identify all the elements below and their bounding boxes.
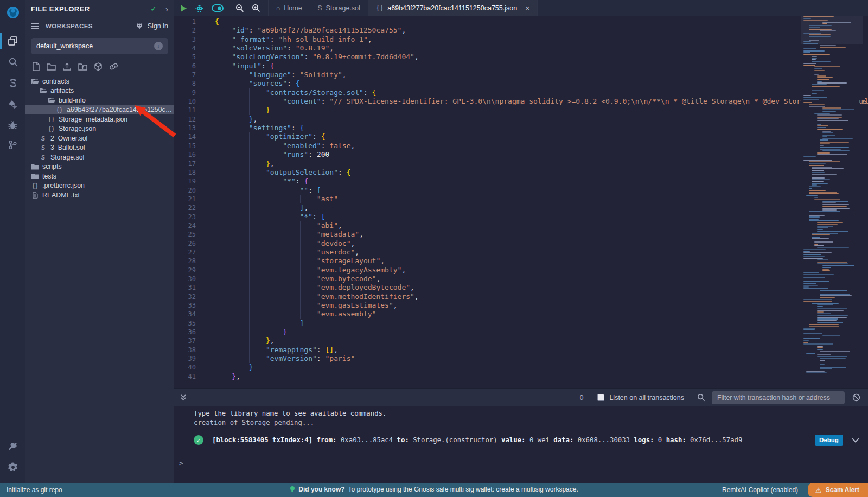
line-text: "content": "// SPDX-License-Identifier: … bbox=[207, 97, 868, 106]
editor-tabbar: ⌂HomeSStorage.sol{}a69b43f277ba20fcac141… bbox=[174, 0, 868, 16]
sidebar-item-plugin-manager[interactable] bbox=[0, 437, 25, 456]
code-line: 29 "evm.legacyAssembly", bbox=[174, 266, 868, 275]
sidebar-item-git[interactable] bbox=[0, 136, 25, 154]
code-line: 28 "storageLayout", bbox=[174, 257, 868, 265]
tree-item-2-owner-sol[interactable]: S2_Owner.sol bbox=[25, 133, 174, 143]
tab-home[interactable]: ⌂Home bbox=[268, 0, 310, 16]
sidebar-item-file-explorer[interactable] bbox=[0, 31, 25, 50]
sidebar-item-settings[interactable] bbox=[0, 458, 25, 476]
tree-item--prettierrc-json[interactable]: {}.prettierrc.json bbox=[25, 181, 174, 191]
terminal-search-icon[interactable] bbox=[697, 393, 705, 402]
line-number: 3 bbox=[174, 35, 207, 44]
copilot-status[interactable]: RemixAI Copilot (enabled) bbox=[722, 486, 798, 494]
close-tab-icon[interactable]: × bbox=[525, 4, 529, 12]
tree-item-3-ballot-sol[interactable]: S3_Ballot.sol bbox=[25, 143, 174, 153]
ipfs-box-icon[interactable] bbox=[94, 62, 103, 71]
line-number: 39 bbox=[174, 354, 207, 363]
code-line: 23 "*": [ bbox=[174, 213, 868, 221]
code-editor[interactable]: 1{2 "id": "a69b43f277ba20fcac141151250ca… bbox=[174, 16, 868, 388]
tree-item-storage-sol[interactable]: SStorage.sol bbox=[25, 152, 174, 162]
sidebar-item-debugger[interactable] bbox=[0, 116, 25, 135]
line-number: 13 bbox=[174, 124, 207, 132]
code-line: 36 } bbox=[174, 328, 868, 336]
tab-storage-sol[interactable]: SStorage.sol bbox=[310, 0, 368, 16]
github-sign-in-button[interactable]: Sign in bbox=[136, 22, 168, 30]
tree-item-scripts[interactable]: scripts bbox=[25, 162, 174, 172]
tree-item-contracts[interactable]: contracts bbox=[25, 77, 174, 86]
new-folder-icon[interactable] bbox=[47, 62, 56, 71]
line-text: ] bbox=[207, 319, 868, 328]
main-area: ⌂HomeSStorage.sol{}a69b43f277ba20fcac141… bbox=[174, 0, 868, 483]
line-text: }, bbox=[207, 336, 868, 345]
workspace-select[interactable]: default_workspace ↕ bbox=[31, 38, 168, 54]
sign-in-label: Sign in bbox=[148, 22, 168, 30]
code-area: 1{2 "id": "a69b43f277ba20fcac141151250ca… bbox=[174, 16, 868, 388]
zoom-out-button[interactable] bbox=[235, 4, 244, 12]
line-number: 37 bbox=[174, 336, 207, 345]
terminal-filter-input[interactable] bbox=[712, 391, 845, 404]
sidebar-item-solidity-compiler[interactable] bbox=[0, 74, 25, 92]
remix-logo[interactable] bbox=[0, 2, 25, 25]
code-line: 41 }, bbox=[174, 372, 868, 381]
listen-all-checkbox[interactable] bbox=[597, 394, 604, 401]
line-number: 18 bbox=[174, 168, 207, 177]
terminal-expand-icon[interactable] bbox=[180, 394, 187, 402]
panel-header: FILE EXPLORER ✓ › bbox=[25, 0, 174, 17]
sidebar-item-search[interactable] bbox=[0, 53, 25, 71]
workspaces-menu-icon[interactable] bbox=[31, 21, 39, 31]
new-file-icon[interactable] bbox=[32, 62, 40, 71]
copilot-toggle[interactable] bbox=[212, 4, 224, 12]
code-line: 5 "solcLongVersion": "0.8.19+commit.7dd6… bbox=[174, 53, 868, 61]
tx-expand-chevron-icon[interactable] bbox=[852, 438, 859, 443]
tree-item-readme-txt[interactable]: README.txt bbox=[25, 190, 174, 200]
line-number: 36 bbox=[174, 328, 207, 336]
zoom-in-icon bbox=[252, 4, 260, 12]
tree-item-build-info[interactable]: build-info bbox=[25, 95, 174, 105]
workspace-caret-icon: ↕ bbox=[154, 42, 163, 50]
transaction-row[interactable]: ✓ [block:5583405 txIndex:4] from: 0xa03.… bbox=[194, 433, 859, 447]
link-icon[interactable] bbox=[109, 62, 118, 71]
tree-item-artifacts[interactable]: artifacts bbox=[25, 86, 174, 96]
line-number: 26 bbox=[174, 239, 207, 248]
line-text: "evm.bytecode", bbox=[207, 275, 868, 283]
tree-item-a69b43f277ba20fcac141151250ca7-[interactable]: {}a69b43f277ba20fcac141151250ca7... bbox=[25, 105, 174, 115]
toggle-on-icon bbox=[212, 4, 224, 12]
code-line: 25 "metadata", bbox=[174, 230, 868, 239]
tree-item-storage-json[interactable]: {}Storage.json bbox=[25, 124, 174, 134]
json-file-icon: {} bbox=[47, 125, 55, 132]
terminal[interactable]: Type the library name to see available c… bbox=[174, 406, 868, 483]
deploy-run-icon bbox=[8, 100, 18, 109]
git-init-button[interactable]: Initialize as git repo bbox=[7, 486, 62, 494]
sidebar-item-deploy-run[interactable] bbox=[0, 95, 25, 113]
upload-file-icon[interactable] bbox=[62, 62, 72, 71]
panel-title: FILE EXPLORER bbox=[31, 5, 150, 13]
line-number: 4 bbox=[174, 44, 207, 53]
debug-button[interactable]: Debug bbox=[815, 435, 843, 446]
line-number: 1 bbox=[174, 17, 207, 26]
zoom-in-button[interactable] bbox=[252, 4, 260, 12]
minimap[interactable] bbox=[801, 16, 863, 388]
folder-open-icon bbox=[39, 88, 47, 94]
terminal-prompt[interactable]: > bbox=[179, 459, 183, 467]
code-line: 19 "*": { bbox=[174, 177, 868, 186]
solidity-file-icon: S bbox=[39, 154, 47, 161]
ai-copilot-button[interactable] bbox=[195, 4, 204, 13]
scam-alert-badge[interactable]: ⚠ Scam Alert bbox=[808, 483, 868, 497]
tab-a69b43f277ba20fcac141151250ca755-json[interactable]: {}a69b43f277ba20fcac141151250ca755.json× bbox=[368, 0, 538, 16]
tree-item-tests[interactable]: tests bbox=[25, 171, 174, 181]
status-bar: Initialize as git repo Did you know? To … bbox=[0, 483, 868, 497]
tip-title: Did you know? bbox=[298, 486, 344, 493]
tree-item-storage-metadata-json[interactable]: {}Storage_metadata.json bbox=[25, 114, 174, 124]
line-text: "evm.deployedBytecode", bbox=[207, 283, 868, 292]
panel-collapse-chevron-icon[interactable]: › bbox=[165, 4, 168, 14]
code-line: 35 ] bbox=[174, 319, 868, 328]
terminal-clear-icon[interactable] bbox=[852, 393, 860, 402]
code-line: 33 "evm.gasEstimates", bbox=[174, 301, 868, 310]
line-text: "": [ bbox=[207, 186, 868, 195]
code-line: 15 "enabled": false, bbox=[174, 142, 868, 150]
line-text: "language": "Solidity", bbox=[207, 71, 868, 79]
run-script-button[interactable] bbox=[180, 4, 187, 12]
solidity-compiler-icon bbox=[8, 78, 18, 88]
upload-folder-icon[interactable] bbox=[78, 62, 87, 71]
minimap-slider[interactable] bbox=[801, 16, 863, 44]
